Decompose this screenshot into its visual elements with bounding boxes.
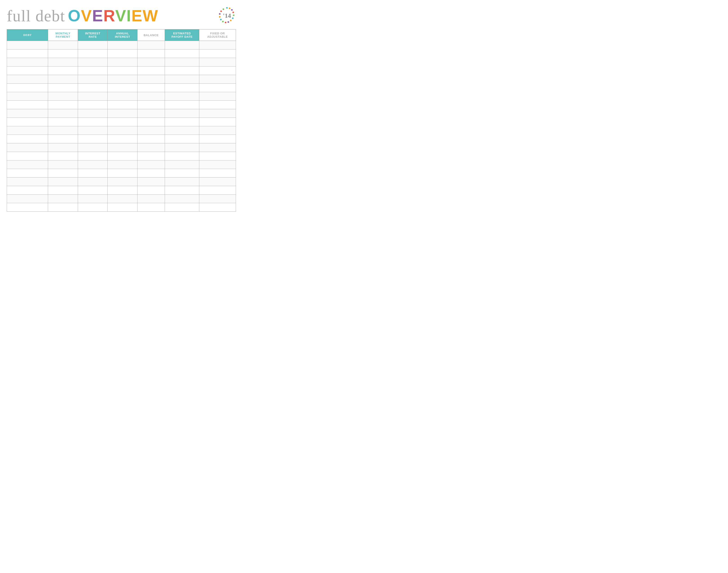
table-cell[interactable] (199, 177, 236, 186)
table-cell[interactable] (48, 203, 78, 212)
table-cell[interactable] (199, 118, 236, 126)
table-cell[interactable] (199, 58, 236, 66)
table-cell[interactable] (199, 109, 236, 118)
table-cell[interactable] (199, 160, 236, 169)
table-cell[interactable] (108, 177, 137, 186)
table-cell[interactable] (165, 160, 199, 169)
table-cell[interactable] (165, 75, 199, 84)
table-cell[interactable] (137, 41, 165, 49)
table-cell[interactable] (48, 152, 78, 160)
table-cell[interactable] (199, 101, 236, 109)
table-cell[interactable] (199, 92, 236, 101)
table-cell[interactable] (48, 118, 78, 126)
table-cell[interactable] (137, 135, 165, 143)
table-cell[interactable] (78, 75, 107, 84)
table-cell[interactable] (137, 152, 165, 160)
table-cell[interactable] (48, 58, 78, 66)
table-cell[interactable] (7, 49, 48, 58)
table-cell[interactable] (48, 177, 78, 186)
table-cell[interactable] (165, 135, 199, 143)
table-cell[interactable] (165, 126, 199, 135)
table-row[interactable] (7, 84, 236, 92)
table-cell[interactable] (108, 195, 137, 203)
table-cell[interactable] (165, 186, 199, 195)
table-cell[interactable] (108, 118, 137, 126)
table-cell[interactable] (199, 186, 236, 195)
table-row[interactable] (7, 109, 236, 118)
table-cell[interactable] (48, 41, 78, 49)
table-cell[interactable] (108, 143, 137, 152)
table-cell[interactable] (7, 177, 48, 186)
table-cell[interactable] (137, 92, 165, 101)
table-row[interactable] (7, 152, 236, 160)
table-cell[interactable] (108, 84, 137, 92)
table-cell[interactable] (165, 66, 199, 75)
table-cell[interactable] (78, 66, 107, 75)
table-cell[interactable] (78, 118, 107, 126)
table-cell[interactable] (108, 75, 137, 84)
table-cell[interactable] (137, 195, 165, 203)
table-cell[interactable] (165, 41, 199, 49)
table-cell[interactable] (165, 177, 199, 186)
table-cell[interactable] (48, 135, 78, 143)
table-cell[interactable] (108, 92, 137, 101)
table-cell[interactable] (199, 135, 236, 143)
table-row[interactable] (7, 203, 236, 212)
table-cell[interactable] (78, 143, 107, 152)
table-cell[interactable] (137, 58, 165, 66)
table-row[interactable] (7, 186, 236, 195)
table-cell[interactable] (108, 160, 137, 169)
table-cell[interactable] (7, 92, 48, 101)
table-cell[interactable] (137, 169, 165, 177)
table-cell[interactable] (7, 135, 48, 143)
table-cell[interactable] (165, 109, 199, 118)
table-cell[interactable] (78, 160, 107, 169)
table-cell[interactable] (48, 160, 78, 169)
table-cell[interactable] (48, 49, 78, 58)
table-cell[interactable] (137, 49, 165, 58)
table-cell[interactable] (199, 203, 236, 212)
table-cell[interactable] (165, 92, 199, 101)
table-cell[interactable] (165, 195, 199, 203)
table-cell[interactable] (48, 126, 78, 135)
table-cell[interactable] (48, 186, 78, 195)
table-cell[interactable] (7, 160, 48, 169)
table-cell[interactable] (199, 41, 236, 49)
table-row[interactable] (7, 41, 236, 49)
table-cell[interactable] (78, 177, 107, 186)
table-cell[interactable] (48, 92, 78, 101)
table-cell[interactable] (137, 126, 165, 135)
table-cell[interactable] (7, 84, 48, 92)
table-cell[interactable] (165, 118, 199, 126)
table-cell[interactable] (48, 195, 78, 203)
table-cell[interactable] (165, 152, 199, 160)
table-cell[interactable] (108, 126, 137, 135)
table-cell[interactable] (78, 169, 107, 177)
table-row[interactable] (7, 160, 236, 169)
table-cell[interactable] (137, 186, 165, 195)
table-cell[interactable] (78, 195, 107, 203)
table-cell[interactable] (7, 169, 48, 177)
table-cell[interactable] (165, 101, 199, 109)
table-row[interactable] (7, 75, 236, 84)
table-cell[interactable] (137, 75, 165, 84)
table-cell[interactable] (165, 58, 199, 66)
table-cell[interactable] (78, 49, 107, 58)
table-cell[interactable] (78, 92, 107, 101)
table-cell[interactable] (7, 41, 48, 49)
table-cell[interactable] (199, 169, 236, 177)
table-cell[interactable] (7, 101, 48, 109)
table-cell[interactable] (7, 152, 48, 160)
table-cell[interactable] (48, 169, 78, 177)
table-cell[interactable] (199, 75, 236, 84)
table-cell[interactable] (108, 66, 137, 75)
table-cell[interactable] (108, 186, 137, 195)
table-cell[interactable] (78, 135, 107, 143)
table-cell[interactable] (199, 84, 236, 92)
table-cell[interactable] (108, 58, 137, 66)
table-cell[interactable] (48, 101, 78, 109)
table-cell[interactable] (108, 109, 137, 118)
table-cell[interactable] (165, 203, 199, 212)
table-cell[interactable] (199, 66, 236, 75)
table-cell[interactable] (7, 118, 48, 126)
